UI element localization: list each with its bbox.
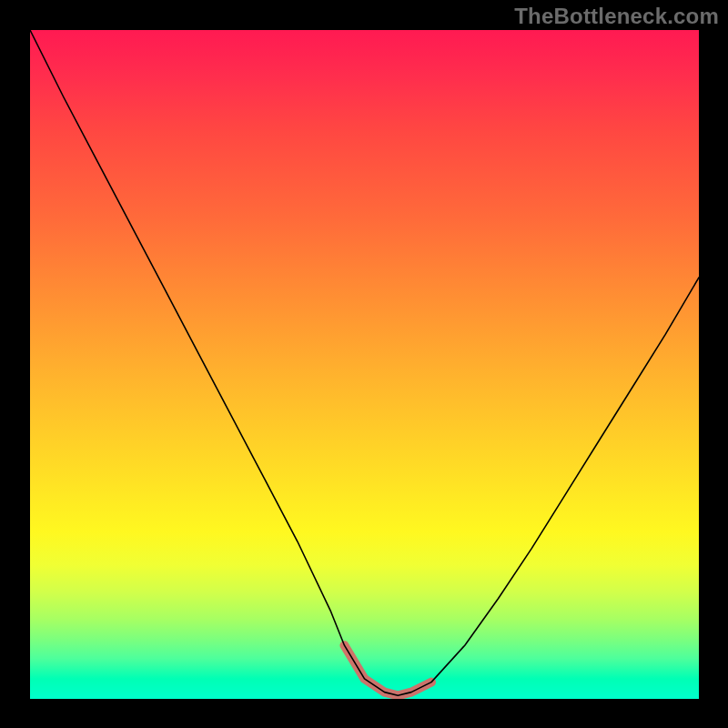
watermark-text: TheBottleneck.com [514, 4, 719, 29]
plot-area [30, 30, 699, 699]
bottleneck-curve [30, 30, 699, 695]
chart-canvas: TheBottleneck.com [0, 0, 728, 728]
chart-svg [30, 30, 699, 699]
